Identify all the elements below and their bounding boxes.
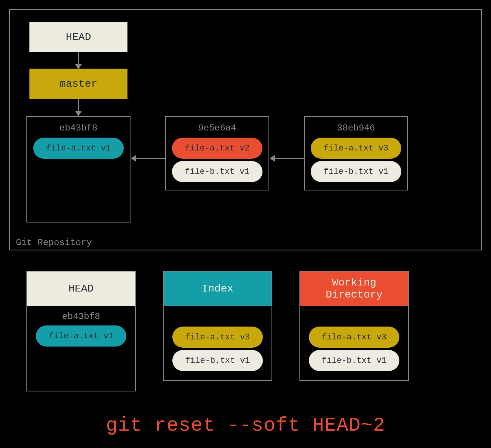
file-pill: file-b.txt v1: [309, 350, 399, 371]
panel-title: Index: [164, 272, 272, 306]
arrow-head-icon: [270, 155, 275, 162]
head-panel: HEAD eb43bf8 file-a.txt v1: [26, 271, 136, 391]
arrow-line: [275, 158, 304, 159]
panel-hash: eb43bf8: [32, 311, 130, 322]
commit-hash: eb43bf8: [32, 123, 124, 133]
arrow-head-icon: [75, 111, 82, 116]
file-pill: file-a.txt v3: [311, 138, 401, 159]
head-ref-box: HEAD: [29, 22, 127, 52]
panel-title: Working Directory: [300, 272, 408, 306]
file-pill: file-a.txt v2: [172, 138, 262, 159]
commit-box-2: 38eb946 file-a.txt v3 file-b.txt v1: [304, 116, 408, 190]
git-repository-label: Git Repository: [14, 238, 94, 248]
arrow-head-icon: [131, 155, 136, 162]
commit-hash: 9e5e6a4: [171, 123, 263, 133]
file-pill: file-b.txt v1: [311, 161, 401, 182]
working-directory-panel: Working Directory file-a.txt v3 file-b.t…: [299, 271, 409, 381]
command-caption: git reset --soft HEAD~2: [0, 414, 491, 437]
commit-box-0: eb43bf8 file-a.txt v1: [26, 116, 130, 222]
arrow-head-icon: [75, 64, 82, 69]
file-pill: file-a.txt v1: [36, 325, 126, 347]
file-pill: file-a.txt v3: [172, 327, 263, 348]
arrow-line: [136, 158, 165, 159]
file-pill: file-b.txt v1: [172, 350, 263, 371]
arrow-line: [78, 52, 79, 65]
commit-hash: 38eb946: [310, 123, 402, 133]
arrow-line: [78, 99, 79, 112]
index-panel: Index file-a.txt v3 file-b.txt v1: [163, 271, 272, 381]
file-pill: file-b.txt v1: [172, 161, 262, 182]
file-pill: file-a.txt v1: [33, 138, 124, 159]
commit-box-1: 9e5e6a4 file-a.txt v2 file-b.txt v1: [165, 116, 269, 190]
master-branch-box: master: [29, 69, 127, 99]
file-pill: file-a.txt v3: [309, 327, 399, 348]
panel-title: HEAD: [27, 272, 135, 306]
